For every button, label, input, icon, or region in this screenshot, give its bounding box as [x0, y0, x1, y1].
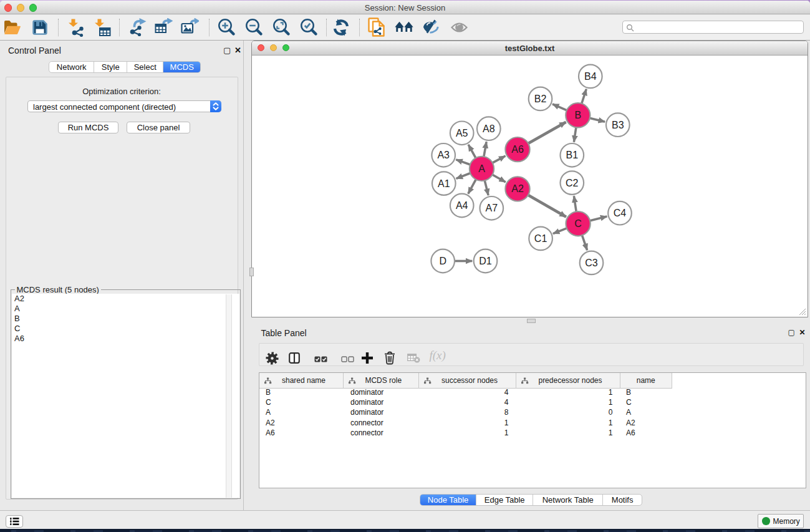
- svg-text:A1: A1: [438, 178, 450, 189]
- svg-text:C: C: [574, 218, 582, 229]
- svg-text:A4: A4: [456, 200, 468, 211]
- svg-text:C3: C3: [585, 258, 598, 268]
- svg-text:A3: A3: [437, 150, 450, 160]
- svg-text:C4: C4: [614, 208, 627, 218]
- svg-text:B1: B1: [566, 150, 579, 160]
- svg-text:D1: D1: [479, 256, 492, 266]
- svg-text:B: B: [574, 110, 581, 120]
- svg-text:A6: A6: [511, 144, 524, 155]
- svg-text:A5: A5: [456, 128, 468, 138]
- svg-text:B4: B4: [584, 71, 597, 82]
- svg-text:D: D: [439, 256, 446, 266]
- svg-text:A8: A8: [483, 123, 495, 134]
- svg-text:B3: B3: [612, 120, 624, 130]
- svg-text:A2: A2: [511, 183, 524, 194]
- svg-text:B2: B2: [534, 94, 547, 104]
- svg-text:C2: C2: [566, 178, 579, 188]
- svg-text:A: A: [478, 163, 485, 174]
- svg-text:C1: C1: [534, 233, 547, 244]
- svg-text:A7: A7: [486, 203, 498, 213]
